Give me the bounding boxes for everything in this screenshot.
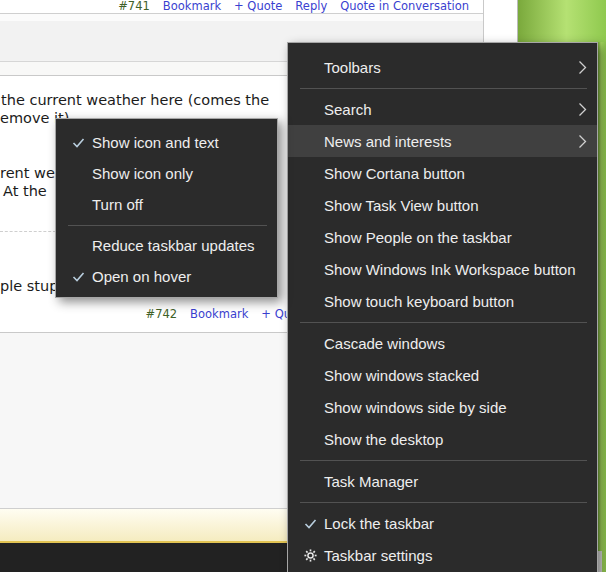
post-actions-row-742: #742 Bookmark+ Qu bbox=[0, 306, 291, 321]
post-action-link[interactable]: Reply bbox=[295, 0, 327, 13]
menu-item-label: Show icon and text bbox=[92, 134, 219, 151]
icon-gutter bbox=[298, 157, 322, 189]
icon-gutter bbox=[298, 125, 322, 157]
next-post-area bbox=[0, 333, 288, 508]
menu-item-news-and-interests[interactable]: News and interests bbox=[288, 125, 597, 157]
menu-item-label: Turn off bbox=[92, 196, 143, 213]
menu-item-label: Show Task View button bbox=[324, 197, 479, 214]
menu-item-label: Show icon only bbox=[92, 165, 193, 182]
menu-item-show-people-on-the-taskbar[interactable]: Show People on the taskbar bbox=[288, 221, 597, 253]
icon-gutter bbox=[298, 93, 322, 125]
taskbar-context-menu: ToolbarsSearchNews and interestsShow Cor… bbox=[287, 42, 598, 572]
post-text-line1: the current weather here (comes the bbox=[1, 91, 269, 109]
menu-separator bbox=[300, 460, 587, 461]
menu-separator bbox=[68, 225, 267, 226]
menu-item-label: Reduce taskbar updates bbox=[92, 237, 255, 254]
page-side-banner-top bbox=[517, 0, 606, 42]
menu-item-label: Show touch keyboard button bbox=[324, 293, 514, 310]
menu-item-label: Toolbars bbox=[324, 59, 381, 76]
chevron-right-icon bbox=[578, 51, 587, 83]
news-and-interests-submenu: Show icon and textShow icon onlyTurn off… bbox=[55, 118, 278, 298]
chevron-right-icon bbox=[578, 93, 587, 125]
menu-item-show-cortana-button[interactable]: Show Cortana button bbox=[288, 157, 597, 189]
menu-item-cascade-windows[interactable]: Cascade windows bbox=[288, 327, 597, 359]
menu-separator bbox=[300, 322, 587, 323]
icon-gutter bbox=[298, 253, 322, 285]
menu-item-search[interactable]: Search bbox=[288, 93, 597, 125]
menu-item-label: News and interests bbox=[324, 133, 452, 150]
menu-item-show-task-view-button[interactable]: Show Task View button bbox=[288, 189, 597, 221]
menu-item-label: Show Windows Ink Workspace button bbox=[324, 261, 576, 278]
icon-gutter bbox=[298, 359, 322, 391]
menu-item-show-icon-only[interactable]: Show icon only bbox=[56, 158, 277, 189]
menu-item-label: Open on hover bbox=[92, 268, 191, 285]
icon-gutter bbox=[298, 391, 322, 423]
menu-item-label: Cascade windows bbox=[324, 335, 445, 352]
signature-divider bbox=[0, 231, 56, 232]
icon-gutter bbox=[298, 423, 322, 455]
menu-item-show-windows-side-by-side[interactable]: Show windows side by side bbox=[288, 391, 597, 423]
menu-item-label: Show People on the taskbar bbox=[324, 229, 512, 246]
icon-gutter bbox=[66, 189, 90, 220]
menu-separator bbox=[300, 502, 587, 503]
menu-item-label: Search bbox=[324, 101, 372, 118]
icon-gutter bbox=[298, 285, 322, 317]
post-action-links: Bookmark+ Qu bbox=[190, 307, 291, 321]
post-action-link[interactable]: Bookmark bbox=[190, 307, 248, 321]
post-number: #741 bbox=[118, 0, 150, 13]
checkmark-icon bbox=[298, 507, 322, 539]
menu-item-turn-off[interactable]: Turn off bbox=[56, 189, 277, 220]
menu-item-show-windows-stacked[interactable]: Show windows stacked bbox=[288, 359, 597, 391]
taskbar-background bbox=[0, 543, 288, 572]
menu-item-show-icon-and-text[interactable]: Show icon and text bbox=[56, 127, 277, 158]
menu-item-label: Taskbar settings bbox=[324, 547, 432, 564]
menu-item-show-windows-ink-workspace-button[interactable]: Show Windows Ink Workspace button bbox=[288, 253, 597, 285]
menu-item-open-on-hover[interactable]: Open on hover bbox=[56, 261, 277, 292]
icon-gutter bbox=[298, 465, 322, 497]
post-action-links: Bookmark+ QuoteReplyQuote in Conversatio… bbox=[163, 0, 469, 13]
menu-item-label: Task Manager bbox=[324, 473, 418, 490]
menu-item-label: Show the desktop bbox=[324, 431, 443, 448]
menu-item-label: Show windows side by side bbox=[324, 399, 507, 416]
post-action-link[interactable]: Quote in Conversation bbox=[340, 0, 469, 13]
menu-item-toolbars[interactable]: Toolbars bbox=[288, 51, 597, 83]
menu-item-lock-the-taskbar[interactable]: Lock the taskbar bbox=[288, 507, 597, 539]
post-actions-row-741: #741 Bookmark+ QuoteReplyQuote in Conver… bbox=[0, 0, 469, 14]
icon-gutter bbox=[66, 158, 90, 189]
chevron-right-icon bbox=[578, 125, 587, 157]
checkmark-icon bbox=[66, 261, 90, 292]
icon-gutter bbox=[298, 189, 322, 221]
menu-item-label: Lock the taskbar bbox=[324, 515, 434, 532]
gear-icon bbox=[298, 539, 322, 571]
post-action-link[interactable]: Bookmark bbox=[163, 0, 221, 13]
icon-gutter bbox=[298, 221, 322, 253]
post-action-link[interactable]: + Quote bbox=[234, 0, 282, 13]
menu-item-reduce-taskbar-updates[interactable]: Reduce taskbar updates bbox=[56, 230, 277, 261]
checkmark-icon bbox=[66, 127, 90, 158]
post-number: #742 bbox=[146, 307, 178, 321]
post-text-line4: At the bbox=[3, 182, 47, 200]
page-footer-bar bbox=[0, 508, 288, 543]
icon-gutter bbox=[298, 51, 322, 83]
menu-item-label: Show Cortana button bbox=[324, 165, 465, 182]
menu-item-taskbar-settings[interactable]: Taskbar settings bbox=[288, 539, 597, 571]
menu-item-label: Show windows stacked bbox=[324, 367, 479, 384]
menu-item-task-manager[interactable]: Task Manager bbox=[288, 465, 597, 497]
post-text-line3: rent we bbox=[0, 164, 55, 182]
menu-item-show-touch-keyboard-button[interactable]: Show touch keyboard button bbox=[288, 285, 597, 317]
page-side-banner-strip bbox=[597, 42, 606, 572]
icon-gutter bbox=[66, 230, 90, 261]
menu-separator bbox=[300, 88, 587, 89]
post-text-line5: ple stupi bbox=[0, 277, 62, 295]
icon-gutter bbox=[298, 327, 322, 359]
menu-item-show-the-desktop[interactable]: Show the desktop bbox=[288, 423, 597, 455]
